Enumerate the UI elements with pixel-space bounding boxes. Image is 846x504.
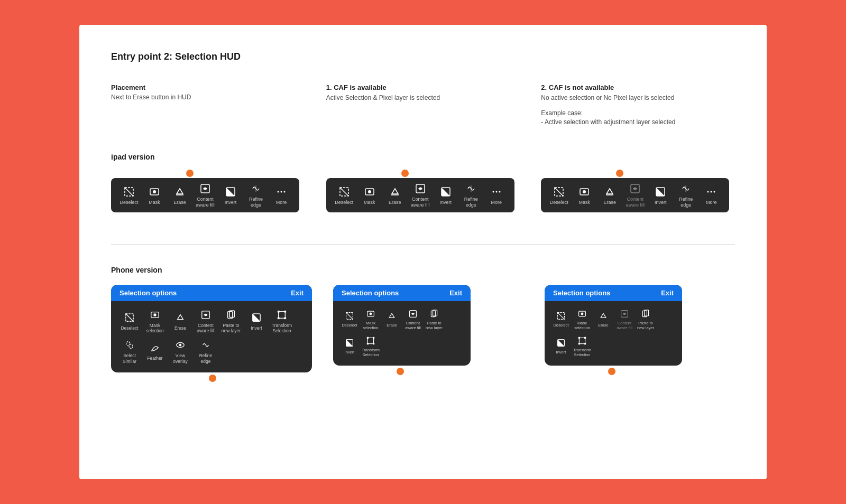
phone3-erase[interactable]: Erase bbox=[593, 309, 613, 330]
hud2-item-erase[interactable]: Erase bbox=[383, 185, 407, 206]
hud-item-deselect-label: Deselect bbox=[119, 200, 138, 206]
phone1-caf[interactable]: Content aware fill bbox=[194, 306, 218, 335]
svg-point-25 bbox=[583, 190, 586, 193]
hud-item-invert-label: Invert bbox=[225, 200, 237, 206]
phone1-paste[interactable]: Paste to new layer bbox=[219, 306, 243, 335]
phone2-invert[interactable]: Invert bbox=[339, 335, 360, 357]
svg-rect-58 bbox=[367, 338, 373, 343]
phone-col1: Selection options Exit Deselect Mask sel… bbox=[111, 285, 333, 382]
hud-item-refine[interactable]: Refine edge bbox=[244, 182, 268, 208]
hud2-item-more[interactable]: More bbox=[485, 185, 508, 206]
phone-bar2-header: Selection options Exit bbox=[333, 285, 471, 301]
phone-section-label: Phone version bbox=[111, 266, 735, 274]
phone3-invert[interactable]: Invert bbox=[551, 335, 571, 357]
svg-point-3 bbox=[153, 190, 156, 193]
col2-header: 1. CAF is available Active Selection & P… bbox=[326, 83, 541, 142]
phone1-similar[interactable]: Select Similar bbox=[117, 337, 142, 366]
hud2-item-caf[interactable]: Content aware fill bbox=[409, 182, 432, 208]
svg-rect-45 bbox=[284, 317, 287, 319]
col3-sub: No active selection or No Pixel layer is… bbox=[541, 94, 735, 102]
phone1-deselect[interactable]: Deselect bbox=[117, 309, 142, 333]
hud2-item-deselect[interactable]: Deselect bbox=[333, 185, 356, 206]
svg-point-20 bbox=[495, 191, 497, 192]
ipad-hud2: Deselect Mask Erase Content aware fill bbox=[326, 178, 514, 212]
hud3-item-mask[interactable]: Mask bbox=[573, 185, 596, 206]
hud-item-erase[interactable]: Erase bbox=[168, 185, 191, 206]
hud2-item-mask[interactable]: Mask bbox=[358, 185, 381, 206]
hud-item-more[interactable]: More bbox=[270, 185, 293, 206]
svg-point-14 bbox=[368, 190, 371, 193]
phone-hud3-wrapper: Selection options Exit Deselect Mask sel… bbox=[545, 285, 735, 375]
ipad-col3: Deselect Mask Erase Content aware fill bbox=[541, 170, 735, 212]
phone1-erase[interactable]: Erase bbox=[168, 309, 192, 333]
phone1-feather[interactable]: Feather bbox=[143, 339, 167, 363]
hud-item-erase-label: Erase bbox=[173, 200, 186, 206]
hud3-item-refine[interactable]: Refine edge bbox=[674, 182, 697, 208]
ipad-hud1-indicator bbox=[186, 170, 194, 177]
svg-rect-41 bbox=[279, 312, 286, 319]
col2-sub: Active Selection & Pixel layer is select… bbox=[326, 94, 520, 102]
phone3-transform[interactable]: Transform Selection bbox=[572, 333, 592, 359]
col3-header: 2. CAF is not available No active select… bbox=[541, 83, 735, 142]
phone1-mask[interactable]: Mask selection bbox=[143, 306, 167, 335]
phone-bar2-exit[interactable]: Exit bbox=[449, 289, 462, 297]
phone-col2: Selection options Exit Deselect Mask sel… bbox=[333, 285, 545, 375]
hud-item-caf[interactable]: Content aware fill bbox=[194, 182, 217, 208]
svg-point-30 bbox=[707, 191, 709, 192]
phone1-transform[interactable]: Transform Selection bbox=[270, 306, 294, 335]
hud3-item-more[interactable]: More bbox=[700, 185, 723, 206]
phone-bar1-exit[interactable]: Exit bbox=[291, 289, 304, 297]
svg-point-19 bbox=[492, 191, 494, 192]
phone2-transform[interactable]: Transform Selection bbox=[361, 333, 381, 359]
svg-rect-73 bbox=[584, 337, 586, 339]
phone2-mask[interactable]: Mask selection bbox=[361, 306, 381, 332]
ipad-hud2-wrapper: Deselect Mask Erase Content aware fill bbox=[326, 170, 520, 212]
phone-bar3-exit[interactable]: Exit bbox=[661, 289, 674, 297]
svg-point-47 bbox=[129, 344, 133, 348]
hud-item-invert[interactable]: Invert bbox=[219, 185, 242, 206]
phone1-view[interactable]: View overlay bbox=[168, 337, 192, 366]
hud3-item-invert[interactable]: Invert bbox=[649, 185, 672, 206]
phone3-deselect[interactable]: Deselect bbox=[551, 309, 571, 330]
phone2-erase[interactable]: Erase bbox=[382, 309, 402, 330]
phone-bar3-body: Deselect Mask selection Erase bbox=[545, 301, 682, 366]
phone2-paste[interactable]: Paste to new layer bbox=[424, 306, 444, 332]
hud-item-caf-label: Content aware fill bbox=[194, 197, 217, 208]
phone-bar1-title: Selection options bbox=[119, 289, 177, 297]
placement-title: Placement bbox=[111, 83, 305, 91]
phone-bar1-body: Deselect Mask selection Erase Conte bbox=[111, 301, 312, 372]
hud2-item-invert[interactable]: Invert bbox=[434, 185, 457, 206]
hud3-item-erase[interactable]: Erase bbox=[598, 185, 621, 206]
hud2-item-refine[interactable]: Refine edge bbox=[459, 182, 483, 208]
phone2-deselect[interactable]: Deselect bbox=[339, 309, 360, 330]
phone-col3: Selection options Exit Deselect Mask sel… bbox=[545, 285, 735, 375]
phone3-mask[interactable]: Mask selection bbox=[572, 306, 592, 332]
svg-line-64 bbox=[558, 313, 565, 320]
page-title: Entry point 2: Selection HUD bbox=[111, 51, 735, 62]
phone-hud3-indicator bbox=[608, 368, 615, 375]
ipad-hud3-indicator bbox=[616, 170, 623, 177]
svg-line-12 bbox=[340, 188, 348, 196]
phone3-paste[interactable]: Paste to new layer bbox=[636, 306, 656, 332]
svg-point-8 bbox=[278, 191, 279, 192]
ipad-hud1-wrapper: Deselect Mask Erase Conten bbox=[111, 170, 305, 212]
phone-bar3-title: Selection options bbox=[553, 289, 610, 297]
phone2-caf[interactable]: Content aware fill bbox=[403, 306, 423, 332]
phone1-refine[interactable]: Refine edge bbox=[194, 337, 218, 366]
svg-line-23 bbox=[555, 188, 563, 196]
svg-point-36 bbox=[153, 313, 156, 316]
hud3-item-deselect[interactable]: Deselect bbox=[547, 185, 571, 206]
phone-bar1-header: Selection options Exit bbox=[111, 285, 312, 301]
svg-point-10 bbox=[284, 191, 286, 192]
hud-item-mask[interactable]: Mask bbox=[143, 185, 166, 206]
hud-item-deselect[interactable]: Deselect bbox=[117, 185, 141, 206]
svg-line-34 bbox=[126, 314, 133, 321]
phone-bar2-title: Selection options bbox=[342, 289, 399, 297]
main-canvas: Entry point 2: Selection HUD Placement N… bbox=[79, 25, 767, 479]
phone1-invert[interactable]: Invert bbox=[244, 309, 269, 333]
svg-point-53 bbox=[370, 313, 372, 315]
phone-bar2-body: Deselect Mask selection Erase Conte bbox=[333, 301, 471, 366]
col2-title: 1. CAF is available bbox=[326, 83, 520, 91]
svg-point-31 bbox=[711, 191, 712, 192]
svg-point-21 bbox=[499, 191, 500, 192]
